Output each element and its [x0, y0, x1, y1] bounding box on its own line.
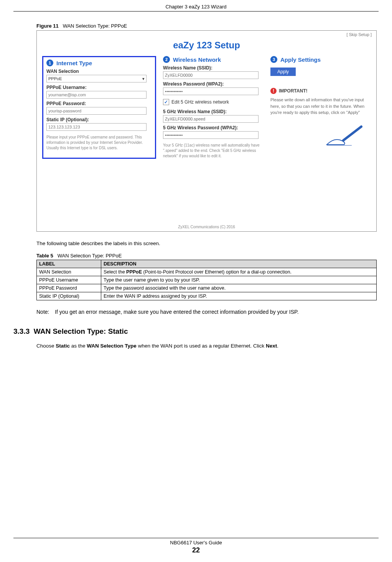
page-number: 22 — [0, 546, 392, 554]
col1-helper-text: Please input your PPPoE username and pas… — [46, 135, 152, 151]
step-1-badge: 1 — [46, 59, 53, 66]
wizard-title: eaZy 123 Setup — [42, 40, 371, 51]
section-heading: 3.3.3 WAN Selection Type: Static — [13, 327, 377, 336]
figure-title: WAN Selection Type: PPPoE — [63, 23, 127, 29]
note-prefix: Note: — [36, 308, 49, 316]
step-3-title: Apply Settings — [280, 56, 321, 63]
chapter-header: Chapter 3 eaZy 123 Wizard — [13, 4, 379, 11]
label-description-table: LABEL DESCRIPTION WAN Selection Select t… — [36, 260, 377, 300]
step-2-wireless-network: 2 Wireless Network Wireless Name (SSID):… — [163, 56, 264, 159]
pppoe-username-label: PPPoE Username: — [46, 85, 152, 90]
row-desc: Enter the WAN IP address assigned by you… — [101, 292, 377, 300]
step-1-internet-type: 1 Internet Type WAN Selection PPPoE ▾ PP… — [42, 56, 156, 159]
edit-5ghz-label: Edit 5 GHz wireless network — [171, 99, 229, 105]
figure-caption: Figure 11 WAN Selection Type: PPPoE — [36, 23, 377, 29]
static-ip-input[interactable] — [46, 123, 147, 131]
th-description: DESCRIPTION — [101, 260, 377, 268]
wan-selection-dropdown[interactable]: PPPoE ▾ — [46, 75, 147, 82]
step-2-badge: 2 — [163, 56, 170, 63]
row-label: WAN Selection — [37, 268, 101, 276]
row-label: Static IP (Optional) — [37, 292, 101, 300]
table-title: WAN Selection Type: PPPoE — [58, 253, 122, 259]
skip-setup-link[interactable]: [ Skip Setup ] — [347, 32, 372, 37]
note-text: If you get an error message, make sure y… — [55, 308, 377, 316]
wpa5-label: 5 GHz Wireless Password (WPA2): — [163, 125, 264, 130]
ssid-label: Wireless Name (SSID): — [163, 65, 264, 71]
row-label: PPPoE Username — [37, 276, 101, 284]
figure-label: Figure 11 — [36, 23, 59, 29]
ssid5-label: 5 GHz Wireless Name (SSID): — [163, 109, 264, 114]
table-row: Static IP (Optional) Enter the WAN IP ad… — [37, 292, 377, 300]
col2-helper-text: Your 5 GHz (11ac) wireless name will aut… — [163, 143, 264, 159]
important-icon: ! — [270, 88, 277, 94]
step-1-title: Internet Type — [56, 60, 92, 66]
table-row: PPPoE Username Type the user name given … — [37, 276, 377, 284]
svg-line-0 — [343, 127, 361, 140]
note-block: Note: If you get an error message, make … — [36, 308, 377, 316]
copyright-text: ZyXEL Communications (C) 2016 — [37, 225, 376, 229]
wan-selection-label: WAN Selection — [46, 69, 152, 74]
apply-button[interactable]: Apply — [270, 68, 296, 76]
ssid5-input[interactable] — [163, 115, 259, 123]
th-label: LABEL — [37, 260, 101, 268]
table-label: Table 5 — [36, 253, 53, 259]
wpa-label: Wireless Password (WPA2): — [163, 81, 264, 87]
step-2-title: Wireless Network — [173, 56, 221, 63]
row-label: PPPoE Password — [37, 284, 101, 292]
pppoe-username-input[interactable] — [46, 91, 147, 99]
row-desc: Select the PPPoE (Point-to-Point Protoco… — [101, 268, 377, 276]
important-title: IMPORTANT! — [279, 87, 307, 94]
wpa-input[interactable] — [163, 87, 259, 95]
wizard-screenshot: [ Skip Setup ] eaZy 123 Setup 1 Internet… — [36, 30, 377, 232]
pen-hand-illustration — [270, 124, 371, 148]
table-row: PPPoE Password Type the password associa… — [37, 284, 377, 292]
pppoe-password-input[interactable] — [46, 107, 147, 115]
edit-5ghz-checkbox[interactable]: ✓ — [163, 99, 169, 105]
page-footer: NBG6617 User's Guide 22 — [0, 538, 392, 554]
section-paragraph: Choose Static as the WAN Selection Type … — [36, 343, 377, 350]
step-3-apply-settings: 3 Apply Settings Apply ! IMPORTANT! Plea… — [270, 56, 371, 159]
pppoe-password-label: PPPoE Password: — [46, 101, 152, 106]
chevron-down-icon: ▾ — [142, 76, 145, 81]
step-3-badge: 3 — [270, 56, 277, 63]
wpa5-input[interactable] — [163, 131, 259, 139]
row-desc: Type the user name given to you by your … — [101, 276, 377, 284]
important-text: Please write down all information that y… — [270, 97, 371, 116]
intro-paragraph: The following table describes the labels… — [36, 240, 377, 247]
row-desc: Type the password associated with the us… — [101, 284, 377, 292]
table-caption: Table 5 WAN Selection Type: PPPoE — [36, 253, 377, 259]
wan-selection-value: PPPoE — [48, 76, 62, 81]
static-ip-label: Static IP (Optional): — [46, 117, 152, 122]
header-rule — [13, 11, 379, 12]
ssid-input[interactable] — [163, 71, 259, 79]
table-row: WAN Selection Select the PPPoE (Point-to… — [37, 268, 377, 276]
footer-guide-name: NBG6617 User's Guide — [0, 540, 392, 546]
